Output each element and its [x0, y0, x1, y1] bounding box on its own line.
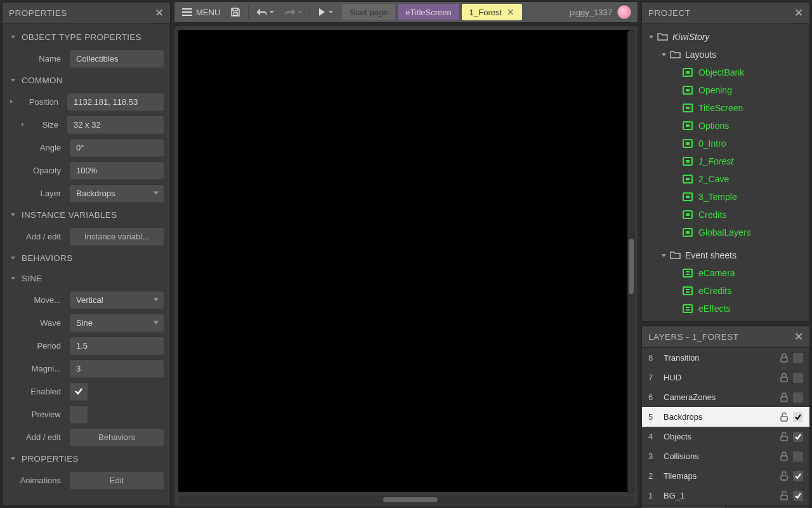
project-header: PROJECT ✕	[642, 3, 809, 24]
section-title: SINE	[22, 274, 43, 283]
scrollbar-horizontal[interactable]	[178, 496, 634, 504]
label-wave: Wave	[9, 318, 70, 328]
label-period: Period	[9, 341, 70, 351]
tree-item-layout[interactable]: Credits	[642, 206, 809, 224]
lock-closed-icon[interactable]	[780, 392, 789, 402]
tree-item-eventsheet[interactable]: eCamera	[642, 264, 809, 282]
menu-button[interactable]: MENU	[178, 3, 224, 21]
select-layer[interactable]: Backdrops	[70, 184, 164, 202]
visibility-checkbox[interactable]	[793, 353, 803, 363]
scrollbar-vertical[interactable]	[627, 30, 635, 493]
close-icon[interactable]: ✕	[794, 8, 803, 18]
avatar[interactable]	[617, 5, 631, 19]
undo-button[interactable]	[252, 3, 278, 21]
row-layer: Layer Backdrops	[5, 182, 167, 204]
visibility-checkbox[interactable]	[793, 491, 803, 501]
input-name[interactable]: Collectibles	[70, 50, 164, 67]
visibility-checkbox[interactable]	[793, 471, 803, 481]
layout-icon	[683, 104, 693, 112]
play-button[interactable]	[314, 3, 337, 21]
select-movement[interactable]: Vertical	[70, 291, 164, 309]
visibility-checkbox[interactable]	[793, 392, 803, 403]
button-behaviors[interactable]: Behaviors	[70, 428, 164, 446]
tree-item-layout[interactable]: ObjectBank	[642, 64, 809, 81]
layer-row[interactable]: 3Collisions	[642, 446, 809, 466]
tree-folder-layouts[interactable]: Layouts	[642, 46, 809, 64]
layer-row[interactable]: 5Backdrops	[642, 407, 809, 427]
layer-row[interactable]: 7HUD	[642, 368, 809, 387]
section-common[interactable]: COMMON	[5, 70, 167, 90]
username[interactable]: piggy_1337	[570, 8, 612, 17]
input-opacity[interactable]: 100%	[70, 161, 164, 179]
tree-item-layout[interactable]: Opening	[642, 81, 809, 99]
visibility-checkbox[interactable]	[793, 451, 803, 462]
lock-open-icon[interactable]	[780, 471, 789, 481]
input-angle[interactable]: 0°	[70, 138, 164, 156]
layers-title: LAYERS - 1_FOREST	[648, 332, 794, 342]
layer-row[interactable]: 1BG_1	[642, 486, 809, 505]
lock-open-icon[interactable]	[780, 491, 789, 500]
visibility-checkbox[interactable]	[793, 373, 803, 383]
section-sine[interactable]: SINE	[5, 268, 167, 288]
properties-panel: PROPERTIES ✕ OBJECT TYPE PROPERTIES Name…	[1, 1, 171, 507]
tree-item-layout[interactable]: 0_Intro	[642, 135, 809, 152]
layer-row[interactable]: 8Transition	[642, 348, 809, 368]
input-magnitude[interactable]: 3	[70, 359, 164, 377]
tree-item-eventsheet[interactable]: eEffects	[642, 300, 809, 318]
button-edit-animations[interactable]: Edit	[70, 471, 164, 489]
tree-item-layout[interactable]: Options	[642, 117, 809, 135]
toolbar: MENU Start pageeTitleScreen1_Forest✕ pig…	[174, 1, 638, 23]
value: 3	[76, 364, 81, 373]
lock-closed-icon[interactable]	[780, 353, 789, 363]
tab-etitlescreen[interactable]: eTitleScreen	[398, 4, 459, 20]
save-button[interactable]	[226, 3, 244, 21]
redo-button[interactable]	[280, 3, 306, 21]
visibility-checkbox[interactable]	[793, 432, 803, 442]
button-instance-vars[interactable]: Instance variabl...	[70, 227, 164, 245]
chevron-down-icon	[10, 34, 16, 40]
tree-item-layout[interactable]: 2_Cave	[642, 170, 809, 188]
center-area: MENU Start pageeTitleScreen1_Forest✕ pig…	[174, 1, 638, 507]
checkbox-preview[interactable]	[70, 405, 88, 423]
visibility-checkbox[interactable]	[793, 412, 803, 422]
input-position[interactable]: 1132.181, 118.53	[67, 93, 164, 110]
value: 1.5	[76, 341, 88, 351]
layer-row[interactable]: 4Objects	[642, 427, 809, 446]
tree-label: Layouts	[685, 50, 716, 60]
tree-root[interactable]: KiwiStory	[642, 28, 809, 46]
tree-item-eventsheet[interactable]: eCredits	[642, 282, 809, 300]
close-icon[interactable]: ✕	[794, 331, 803, 342]
close-icon[interactable]: ✕	[507, 7, 514, 17]
layer-number: 4	[648, 432, 664, 441]
chevron-right-icon[interactable]	[20, 122, 25, 127]
layout-canvas[interactable]	[178, 30, 634, 492]
tree-item-layout[interactable]: GlobalLayers	[642, 224, 809, 241]
save-icon	[230, 7, 240, 17]
checkbox-enabled[interactable]	[70, 382, 88, 400]
properties-panel-title: PROPERTIES	[9, 8, 155, 18]
layer-number: 6	[648, 392, 664, 402]
section-instance-vars[interactable]: INSTANCE VARIABLES	[5, 204, 167, 225]
layer-row[interactable]: 2Tilemaps	[642, 466, 809, 486]
close-icon[interactable]: ✕	[155, 8, 164, 18]
section-behaviors[interactable]: BEHAVIORS	[5, 248, 167, 268]
layer-row[interactable]: 6CameraZones	[642, 387, 809, 407]
lock-open-icon[interactable]	[780, 432, 789, 441]
lock-open-icon[interactable]	[780, 412, 789, 422]
input-size[interactable]: 32 x 32	[67, 116, 164, 133]
lock-closed-icon[interactable]	[780, 373, 789, 382]
tree-item-layout[interactable]: 1_Forest	[642, 152, 809, 170]
tree-item-layout[interactable]: 3_Temple	[642, 188, 809, 206]
select-wave[interactable]: Sine	[70, 314, 164, 331]
section-properties2[interactable]: PROPERTIES	[5, 448, 167, 469]
section-object-type[interactable]: OBJECT TYPE PROPERTIES	[5, 27, 167, 47]
chevron-right-icon[interactable]	[9, 99, 14, 104]
tree-folder-eventsheets[interactable]: Event sheets	[642, 246, 809, 264]
layout-icon	[683, 68, 693, 77]
input-period[interactable]: 1.5	[70, 337, 164, 354]
tab-1-forest[interactable]: 1_Forest✕	[462, 4, 522, 20]
tab-start-page[interactable]: Start page	[342, 4, 395, 20]
lock-closed-icon[interactable]	[780, 451, 789, 461]
tree-item-layout[interactable]: TitleScreen	[642, 99, 809, 117]
label-preview: Preview	[9, 410, 70, 419]
